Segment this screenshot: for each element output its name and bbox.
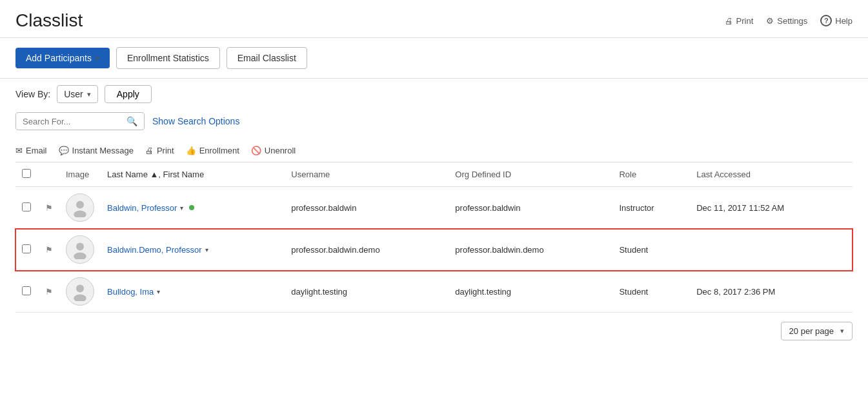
avatar-svg <box>70 240 90 259</box>
row-org-id-cell: professor.baldwin <box>449 187 612 229</box>
email-icon: ✉ <box>15 146 23 155</box>
enrollment-bulk-action[interactable]: 👍 Enrollment <box>186 146 239 155</box>
pagination-bar: 20 per page ▾ <box>0 313 868 349</box>
name-link[interactable]: Baldwin.Demo, Professor ▾ <box>107 245 278 255</box>
per-page-chevron-icon: ▾ <box>840 327 844 335</box>
svg-point-0 <box>76 201 84 209</box>
instant-message-bulk-action[interactable]: 💬 Instant Message <box>59 146 134 155</box>
email-bulk-action[interactable]: ✉ Email <box>15 146 47 155</box>
header-org-id: Org Defined ID <box>449 162 612 187</box>
settings-action[interactable]: ⚙ Settings <box>766 16 807 26</box>
row-org-id-cell: professor.baldwin.demo <box>449 229 612 271</box>
print-bulk-action[interactable]: 🖨 Print <box>145 146 174 155</box>
name-link[interactable]: Bulldog, Ima ▾ <box>107 287 278 297</box>
row-last-accessed-cell: Dec 8, 2017 2:36 PM <box>690 271 853 313</box>
header-checkbox-cell <box>15 162 39 187</box>
avatar <box>66 193 94 222</box>
print-label: Print <box>736 16 754 26</box>
svg-point-2 <box>76 243 84 251</box>
table-body: ⚑ Baldwin, Professor ▾professor.baldwinp… <box>15 187 853 313</box>
print-icon: 🖨 <box>725 16 733 26</box>
settings-icon: ⚙ <box>766 16 774 26</box>
instant-message-icon: 💬 <box>59 146 69 155</box>
view-by-value: User <box>64 89 83 99</box>
row-last-accessed-cell: Dec 11, 2017 11:52 AM <box>690 187 853 229</box>
avatar-svg <box>70 198 90 217</box>
apply-button[interactable]: Apply <box>105 85 152 103</box>
chevron-down-icon: ▾ <box>96 54 99 63</box>
row-checkbox-cell <box>15 229 39 271</box>
table-row: ⚑ Baldwin, Professor ▾professor.baldwinp… <box>15 187 853 229</box>
name-dropdown-icon[interactable]: ▾ <box>205 246 208 253</box>
classlist-table: Image Last Name ▲, First Name Username O… <box>15 162 853 313</box>
toolbar: Add Participants ▾ Enrollment Statistics… <box>0 38 868 79</box>
svg-point-4 <box>76 285 84 293</box>
view-by-bar: View By: User ▾ Apply <box>0 79 868 110</box>
flag-icon[interactable]: ⚑ <box>45 203 53 213</box>
flag-icon[interactable]: ⚑ <box>45 287 53 297</box>
row-username-cell: daylight.testing <box>285 271 449 313</box>
bulk-actions: ✉ Email 💬 Instant Message 🖨 Print 👍 Enro… <box>0 139 868 162</box>
add-participants-label: Add Participants <box>26 53 92 63</box>
unenroll-icon: 🚫 <box>251 146 261 155</box>
search-input[interactable] <box>23 117 123 126</box>
search-bar: 🔍 Show Search Options <box>0 110 868 139</box>
row-checkbox-cell <box>15 271 39 313</box>
name-dropdown-icon[interactable]: ▾ <box>157 288 160 295</box>
header-name[interactable]: Last Name ▲, First Name <box>101 162 285 187</box>
per-page-select[interactable]: 20 per page ▾ <box>781 322 853 340</box>
table-header-row: Image Last Name ▲, First Name Username O… <box>15 162 853 187</box>
row-role-cell: Student <box>612 271 690 313</box>
enrollment-icon: 👍 <box>186 146 196 155</box>
select-all-checkbox[interactable] <box>22 169 31 178</box>
row-flag-cell: ⚑ <box>39 229 59 271</box>
row-image-cell <box>59 271 101 313</box>
email-classlist-button[interactable]: Email Classlist <box>227 47 307 69</box>
row-role-cell: Student <box>612 229 690 271</box>
search-input-wrapper: 🔍 <box>15 112 145 130</box>
header-role: Role <box>612 162 690 187</box>
row-org-id-cell: daylight.testing <box>449 271 612 313</box>
add-participants-button[interactable]: Add Participants ▾ <box>15 48 110 68</box>
show-search-options-link[interactable]: Show Search Options <box>152 116 239 126</box>
online-indicator <box>189 205 194 210</box>
header-flag-cell <box>39 162 59 187</box>
unenroll-bulk-action[interactable]: 🚫 Unenroll <box>251 146 296 155</box>
flag-icon[interactable]: ⚑ <box>45 245 53 255</box>
search-icon: 🔍 <box>126 116 137 126</box>
print-action[interactable]: 🖨 Print <box>725 16 754 26</box>
top-actions: 🖨 Print ⚙ Settings ? Help <box>725 15 853 26</box>
view-by-chevron-icon: ▾ <box>87 90 91 99</box>
svg-point-5 <box>74 295 86 302</box>
enrollment-statistics-button[interactable]: Enrollment Statistics <box>116 47 220 69</box>
print-bulk-icon: 🖨 <box>145 146 154 155</box>
row-username-cell: professor.baldwin.demo <box>285 229 449 271</box>
row-name-cell: Baldwin.Demo, Professor ▾ <box>101 229 285 271</box>
row-checkbox[interactable] <box>22 286 31 295</box>
per-page-value: 20 per page <box>789 326 834 336</box>
settings-label: Settings <box>777 16 807 26</box>
avatar <box>66 235 94 264</box>
row-checkbox-cell <box>15 187 39 229</box>
help-icon: ? <box>820 15 832 26</box>
row-checkbox[interactable] <box>22 202 31 211</box>
header-last-accessed: Last Accessed <box>690 162 853 187</box>
row-image-cell <box>59 229 101 271</box>
row-name-cell: Bulldog, Ima ▾ <box>101 271 285 313</box>
classlist-table-wrapper: Image Last Name ▲, First Name Username O… <box>0 162 868 313</box>
avatar <box>66 277 94 306</box>
view-by-label: View By: <box>15 89 50 99</box>
table-row: ⚑ Baldwin.Demo, Professor ▾professor.bal… <box>15 229 853 271</box>
avatar-svg <box>70 282 90 301</box>
row-username-cell: professor.baldwin <box>285 187 449 229</box>
name-link[interactable]: Baldwin, Professor ▾ <box>107 203 278 213</box>
row-role-cell: Instructor <box>612 187 690 229</box>
top-bar: Classlist 🖨 Print ⚙ Settings ? Help <box>0 0 868 38</box>
help-action[interactable]: ? Help <box>820 15 853 26</box>
header-image: Image <box>59 162 101 187</box>
row-image-cell <box>59 187 101 229</box>
row-checkbox[interactable] <box>22 244 31 253</box>
name-dropdown-icon[interactable]: ▾ <box>180 204 183 211</box>
view-by-select[interactable]: User ▾ <box>57 85 98 103</box>
table-row: ⚑ Bulldog, Ima ▾daylight.testingdaylight… <box>15 271 853 313</box>
